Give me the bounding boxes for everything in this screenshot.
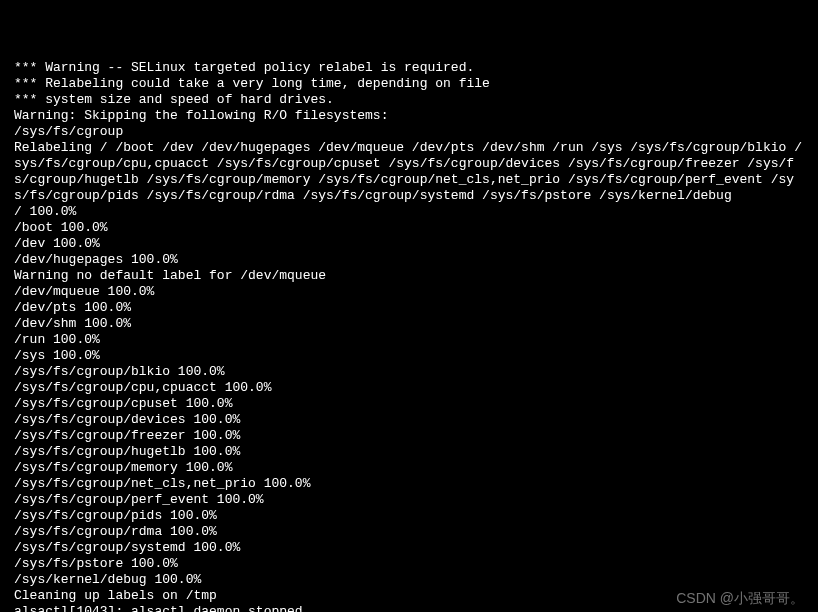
watermark: CSDN @小强哥哥。 — [676, 590, 804, 606]
terminal-line: /sys/fs/cgroup/systemd 100.0% — [14, 540, 804, 556]
terminal-line: /dev 100.0% — [14, 236, 804, 252]
terminal-line: /sys/fs/cgroup/devices 100.0% — [14, 412, 804, 428]
terminal-line: /sys/fs/cgroup/rdma 100.0% — [14, 524, 804, 540]
terminal-line: /dev/mqueue 100.0% — [14, 284, 804, 300]
terminal-line: /sys/fs/cgroup/memory 100.0% — [14, 460, 804, 476]
terminal-line: Warning no default label for /dev/mqueue — [14, 268, 804, 284]
terminal-line: /sys/fs/cgroup/freezer 100.0% — [14, 428, 804, 444]
terminal-line: /sys/kernel/debug 100.0% — [14, 572, 804, 588]
terminal-line: / 100.0% — [14, 204, 804, 220]
terminal-line: *** Warning -- SELinux targeted policy r… — [14, 60, 804, 76]
terminal-line: /boot 100.0% — [14, 220, 804, 236]
terminal-line: /sys/fs/cgroup/perf_event 100.0% — [14, 492, 804, 508]
terminal-line: /sys/fs/cgroup/cpu,cpuacct 100.0% — [14, 380, 804, 396]
terminal-line: /dev/shm 100.0% — [14, 316, 804, 332]
terminal-line: /sys/fs/cgroup/hugetlb 100.0% — [14, 444, 804, 460]
terminal-line: /dev/pts 100.0% — [14, 300, 804, 316]
terminal-line: /run 100.0% — [14, 332, 804, 348]
terminal-line: Relabeling / /boot /dev /dev/hugepages /… — [14, 140, 804, 204]
terminal-line: /sys/fs/cgroup — [14, 124, 804, 140]
terminal-line: /dev/hugepages 100.0% — [14, 252, 804, 268]
terminal-output: *** Warning -- SELinux targeted policy r… — [14, 60, 804, 612]
terminal-line: *** Relabeling could take a very long ti… — [14, 76, 804, 92]
terminal-line: /sys/fs/cgroup/cpuset 100.0% — [14, 396, 804, 412]
terminal-line: /sys/fs/pstore 100.0% — [14, 556, 804, 572]
terminal-line: /sys/fs/cgroup/net_cls,net_prio 100.0% — [14, 476, 804, 492]
terminal-line: /sys/fs/cgroup/blkio 100.0% — [14, 364, 804, 380]
terminal-line: /sys 100.0% — [14, 348, 804, 364]
terminal-line: *** system size and speed of hard drives… — [14, 92, 804, 108]
terminal-line: /sys/fs/cgroup/pids 100.0% — [14, 508, 804, 524]
terminal-line: Warning: Skipping the following R/O file… — [14, 108, 804, 124]
